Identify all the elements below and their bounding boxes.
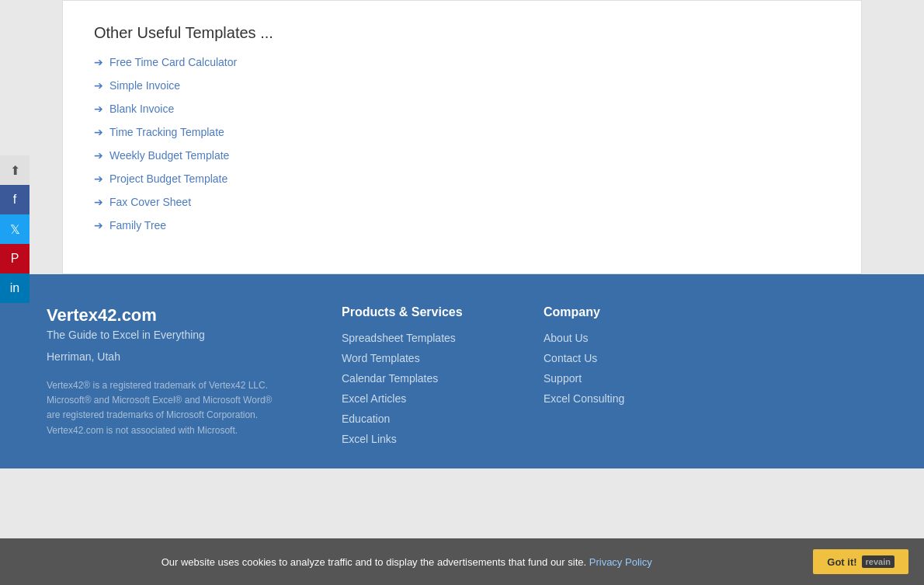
products-heading: Products & Services [342,305,544,319]
products-links-list: Spreadsheet TemplatesWord TemplatesCalen… [342,332,544,445]
footer: Vertex42.com The Guide to Excel in Every… [0,274,924,468]
arrow-icon: ➔ [94,172,103,185]
list-item: ➔Weekly Budget Template [94,149,830,162]
pinterest-icon: P [11,252,19,266]
template-link[interactable]: Simple Invoice [109,79,180,92]
card-heading: Other Useful Templates ... [94,24,830,42]
facebook-button[interactable]: f [0,185,30,214]
footer-products-col: Products & Services Spreadsheet Template… [342,305,544,453]
templates-card: Other Useful Templates ... ➔Free Time Ca… [62,0,862,274]
list-item: ➔Time Tracking Template [94,126,830,138]
arrow-icon: ➔ [94,79,103,92]
share-button[interactable]: ⬆ [0,155,30,185]
template-link[interactable]: Project Budget Template [109,172,228,185]
pinterest-button[interactable]: P [0,244,30,273]
footer-brand-col: Vertex42.com The Guide to Excel in Every… [47,305,342,453]
arrow-icon: ➔ [94,103,103,115]
share-icon: ⬆ [10,163,20,178]
arrow-icon: ➔ [94,56,103,68]
footer-product-link[interactable]: Excel Articles [342,392,544,405]
brand-title: Vertex42.com [47,305,342,326]
social-sidebar: ⬆ f 𝕏 P in [0,155,30,303]
list-item: ➔Free Time Card Calculator [94,56,830,68]
footer-product-link[interactable]: Education [342,413,544,425]
company-links-list: About UsContact UsSupportExcel Consultin… [544,332,877,405]
list-item: ➔Simple Invoice [94,79,830,92]
template-link[interactable]: Blank Invoice [109,103,174,115]
template-link[interactable]: Family Tree [109,219,166,232]
arrow-icon: ➔ [94,196,103,208]
template-link[interactable]: Fax Cover Sheet [109,196,191,208]
footer-product-link[interactable]: Spreadsheet Templates [342,332,544,344]
list-item: ➔Project Budget Template [94,172,830,185]
footer-legal: Vertex42® is a registered trademark of V… [47,378,280,438]
linkedin-icon: in [10,281,19,295]
footer-product-link[interactable]: Calendar Templates [342,372,544,385]
template-link[interactable]: Time Tracking Template [109,126,224,138]
template-link[interactable]: Weekly Budget Template [109,149,229,162]
facebook-icon: f [13,193,16,207]
footer-location: Herriman, Utah [47,350,342,363]
list-item: ➔Family Tree [94,219,830,232]
list-item: ➔Blank Invoice [94,103,830,115]
twitter-button[interactable]: 𝕏 [0,214,30,244]
arrow-icon: ➔ [94,126,103,138]
brand-tagline: The Guide to Excel in Everything [47,329,342,341]
footer-company-col: Company About UsContact UsSupportExcel C… [544,305,877,453]
footer-company-link[interactable]: Support [544,372,877,385]
footer-product-link[interactable]: Excel Links [342,433,544,445]
footer-product-link[interactable]: Word Templates [342,352,544,364]
footer-company-link[interactable]: Contact Us [544,352,877,364]
links-list: ➔Free Time Card Calculator➔Simple Invoic… [94,56,830,232]
twitter-icon: 𝕏 [10,222,20,237]
arrow-icon: ➔ [94,149,103,162]
template-link[interactable]: Free Time Card Calculator [109,56,237,68]
company-heading: Company [544,305,877,319]
linkedin-button[interactable]: in [0,273,30,303]
list-item: ➔Fax Cover Sheet [94,196,830,208]
arrow-icon: ➔ [94,219,103,232]
footer-company-link[interactable]: About Us [544,332,877,344]
footer-company-link[interactable]: Excel Consulting [544,392,877,405]
